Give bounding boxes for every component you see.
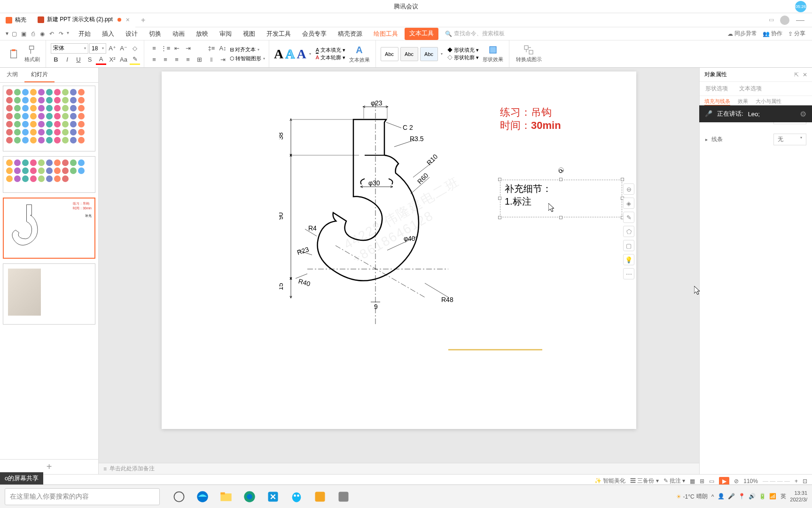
columns-button[interactable]: ⫴ bbox=[206, 55, 217, 65]
slideshow-button[interactable]: ▶ bbox=[719, 477, 729, 485]
user-avatar[interactable] bbox=[780, 16, 789, 25]
menu-start[interactable]: 开始 bbox=[74, 28, 95, 40]
smart-beautify-button[interactable]: ✨ 智能美化 bbox=[594, 477, 625, 485]
distributed-button[interactable]: ⊞ bbox=[194, 55, 204, 65]
command-search[interactable]: 🔍 查找命令、搜索模板 bbox=[445, 30, 505, 38]
speaking-settings-icon[interactable]: ⚙ bbox=[800, 110, 806, 119]
menu-devtools[interactable]: 开发工具 bbox=[262, 28, 296, 40]
text-style-gradient[interactable]: A bbox=[297, 47, 306, 62]
slide-thumb-4[interactable] bbox=[3, 263, 95, 325]
notes-bar[interactable]: ≡ 单击此处添加备注 bbox=[99, 463, 699, 474]
size-subtab[interactable]: 大小与属性 bbox=[756, 98, 781, 106]
resize-handle-bc[interactable] bbox=[559, 216, 562, 219]
save-icon[interactable]: ▢ bbox=[10, 30, 18, 38]
text-effect-button[interactable]: A 文本效果 bbox=[347, 44, 372, 64]
print-icon[interactable]: ⎙ bbox=[29, 30, 37, 38]
shape-style-1[interactable]: Abc bbox=[381, 47, 398, 61]
idea-tool[interactable]: 💡 bbox=[623, 254, 634, 265]
clear-format-icon[interactable]: ◇ bbox=[130, 43, 140, 54]
menu-insert[interactable]: 插入 bbox=[97, 28, 119, 40]
collab-button[interactable]: 👥协作 bbox=[763, 30, 782, 38]
menu-text-tool[interactable]: 文本工具 bbox=[405, 28, 438, 40]
bullets-button[interactable]: ≡ bbox=[149, 43, 159, 54]
effect-subtab[interactable]: 效果 bbox=[738, 98, 748, 106]
view-sorter-icon[interactable]: ⊞ bbox=[700, 478, 704, 484]
tab-home[interactable]: 稿壳 bbox=[0, 13, 32, 27]
menu-view[interactable]: 视图 bbox=[238, 28, 260, 40]
slide-thumb-2[interactable] bbox=[3, 156, 95, 193]
zoom-level[interactable]: 110% bbox=[743, 478, 758, 484]
resize-handle-bl[interactable] bbox=[498, 216, 501, 219]
paste-button[interactable] bbox=[7, 48, 21, 60]
location-tray-icon[interactable]: 📍 bbox=[738, 493, 746, 500]
print-preview-icon[interactable]: ◉ bbox=[39, 30, 46, 38]
share-button[interactable]: ⇪分享 bbox=[788, 30, 805, 38]
resize-handle-tr[interactable] bbox=[621, 178, 624, 181]
app-gray-icon[interactable] bbox=[334, 487, 353, 507]
wifi-tray-icon[interactable]: 📶 bbox=[769, 493, 777, 500]
align-justify-button[interactable]: ≡ bbox=[183, 55, 193, 65]
tray-expand-icon[interactable]: ^ bbox=[711, 493, 714, 500]
menu-animation[interactable]: 动画 bbox=[168, 28, 189, 40]
tab-document[interactable]: 新建 PPT 演示文稿 (2).ppt × bbox=[32, 13, 135, 27]
font-size-select[interactable]: 18▾ bbox=[89, 43, 106, 54]
text-options-tab[interactable]: 文本选项 bbox=[734, 82, 767, 95]
supplement-textbox[interactable]: ⟳ 补充细节： 1.标注 bbox=[500, 180, 622, 217]
text-outline-button[interactable]: A 文本轮廓 ▾ bbox=[316, 54, 345, 61]
italic-button[interactable]: I bbox=[62, 55, 72, 65]
edge-icon[interactable] bbox=[193, 487, 212, 507]
sync-status[interactable]: ☁同步异常 bbox=[727, 30, 757, 38]
eyedropper-tool[interactable]: ✎ bbox=[623, 212, 634, 223]
shape-style-3[interactable]: Abc bbox=[420, 47, 438, 61]
backup-button[interactable]: ☰ 三备份 ▾ bbox=[630, 477, 659, 485]
font-family-select[interactable]: 宋体▾ bbox=[51, 43, 88, 54]
explorer-icon[interactable] bbox=[216, 487, 236, 507]
edge2-icon[interactable] bbox=[240, 487, 259, 507]
more-tool[interactable]: ⋯ bbox=[623, 268, 634, 279]
text-style-outline[interactable]: A bbox=[285, 47, 295, 62]
shape-options-tab[interactable]: 形状选项 bbox=[700, 82, 734, 95]
slides-list[interactable]: 练习：吊钩时间：30min 补充 bbox=[0, 83, 98, 459]
tab-close-button[interactable]: × bbox=[126, 16, 130, 24]
menu-draw-tool[interactable]: 绘图工具 bbox=[369, 28, 403, 40]
smart-shape-button[interactable]: ⬡转智能图形▾ bbox=[230, 55, 265, 62]
zoom-out-button[interactable]: ⊘ bbox=[734, 478, 739, 484]
crop-tool[interactable]: ▢ bbox=[623, 240, 634, 251]
menu-review[interactable]: 审阅 bbox=[215, 28, 236, 40]
mic-tray-icon[interactable]: 🎤 bbox=[728, 493, 735, 500]
ime-indicator[interactable]: 英 bbox=[781, 492, 786, 500]
underline-button[interactable]: U bbox=[73, 55, 84, 65]
slides-tab[interactable]: 幻灯片 bbox=[24, 68, 55, 82]
line-spacing-button[interactable]: ‡≡ bbox=[206, 43, 217, 54]
tab-button[interactable]: ⇥ bbox=[218, 55, 228, 65]
rotate-handle[interactable]: ⟳ bbox=[558, 167, 564, 173]
fit-button[interactable]: ⊡ bbox=[803, 478, 807, 484]
shape-style-more[interactable]: ▾ bbox=[441, 52, 443, 56]
align-text-button[interactable]: ⊟对齐文本▾ bbox=[230, 46, 265, 53]
shape-tool[interactable]: ⬠ bbox=[623, 226, 634, 237]
qq-icon[interactable] bbox=[287, 487, 306, 507]
resize-handle-tc[interactable] bbox=[559, 178, 562, 181]
menu-slideshow[interactable]: 放映 bbox=[191, 28, 213, 40]
fill-line-subtab[interactable]: 填充与线条 bbox=[704, 98, 730, 106]
layer-tool[interactable]: ◈ bbox=[623, 198, 634, 209]
menu-design[interactable]: 设计 bbox=[121, 28, 142, 40]
decrease-indent-button[interactable]: ⇤ bbox=[172, 43, 182, 54]
volume-tray-icon[interactable]: 🔊 bbox=[749, 493, 756, 500]
change-case-button[interactable]: Aa bbox=[118, 55, 129, 65]
pin-icon[interactable]: ⇱ bbox=[794, 71, 799, 78]
tab-add-button[interactable]: + bbox=[135, 16, 151, 24]
qat-more-icon[interactable]: ▾ bbox=[67, 30, 69, 38]
comments-button[interactable]: ✎ 批注 ▾ bbox=[664, 477, 686, 485]
app-blue-icon[interactable] bbox=[263, 487, 283, 507]
align-right-button[interactable]: ≡ bbox=[172, 55, 182, 65]
resize-handle-tl[interactable] bbox=[498, 178, 501, 181]
decrease-font-icon[interactable]: A⁻ bbox=[118, 43, 129, 54]
bold-button[interactable]: B bbox=[51, 55, 61, 65]
file-menu-icon[interactable]: ▾ bbox=[6, 30, 8, 38]
weather-widget[interactable]: ☀ -1°C 晴朗 bbox=[676, 492, 708, 500]
close-panel-icon[interactable]: ✕ bbox=[803, 71, 807, 78]
format-brush-button[interactable]: 格式刷 bbox=[23, 44, 42, 64]
superscript-button[interactable]: X² bbox=[107, 55, 117, 65]
meeting-timer-avatar[interactable]: 05:26 bbox=[795, 1, 806, 12]
